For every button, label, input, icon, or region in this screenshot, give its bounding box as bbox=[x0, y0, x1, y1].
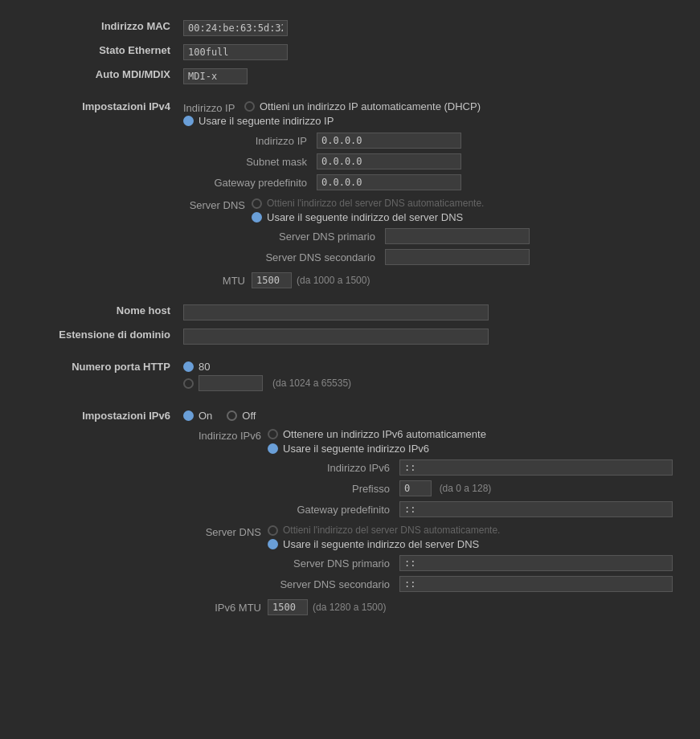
http-port-value-cell: 80 (da 1024 a 65535) bbox=[177, 357, 684, 398]
dns-manual-radio[interactable] bbox=[252, 212, 262, 223]
dns-secondary-field[interactable] bbox=[385, 249, 530, 265]
ethernet-input[interactable] bbox=[183, 44, 288, 60]
dns-manual-group: Usare il seguente indirizzo del server D… bbox=[252, 211, 534, 223]
ipv4-row: Impostazioni IPv4 Indirizzo IP Ottieni u… bbox=[16, 96, 684, 292]
ipv6-ip-field[interactable] bbox=[399, 459, 673, 476]
mdi-input[interactable] bbox=[183, 68, 248, 84]
dns-primary-label: Server DNS primario bbox=[252, 226, 380, 247]
ipv6-ip-row: Indirizzo IPv6 bbox=[268, 457, 677, 478]
mdi-label: Auto MDI/MDIX bbox=[16, 64, 177, 88]
mac-row: Indirizzo MAC bbox=[16, 16, 684, 40]
domain-value-cell bbox=[177, 325, 684, 349]
http-port-custom-field[interactable] bbox=[199, 375, 263, 391]
ipv6-gateway-label: Gateway predefinito bbox=[268, 499, 395, 520]
ipv6-ip-label: Indirizzo IPv6 bbox=[268, 457, 395, 478]
http-port-label: Numero porta HTTP bbox=[16, 357, 177, 398]
mtu-section: MTU (da 1000 a 1500) bbox=[183, 272, 677, 288]
ipv4-subnet-label: Subnet mask bbox=[183, 151, 312, 172]
ipv6-dns-fields-table: Server DNS primario Server DNS secondari… bbox=[268, 553, 677, 594]
mac-input[interactable] bbox=[183, 20, 288, 36]
mdi-row: Auto MDI/MDIX bbox=[16, 64, 684, 88]
dns-primary-field[interactable] bbox=[385, 228, 530, 244]
dns-auto-group: Ottieni l'indirizzo del server DNS autom… bbox=[252, 198, 534, 209]
dns-label: Server DNS bbox=[183, 198, 252, 211]
ipv6-gateway-field[interactable] bbox=[399, 501, 673, 517]
hostname-field[interactable] bbox=[183, 304, 489, 321]
ipv6-prefix-field[interactable] bbox=[399, 480, 432, 496]
ipv6-on-radio[interactable] bbox=[183, 410, 194, 421]
http-port-80-radio[interactable] bbox=[183, 361, 194, 372]
ipv6-static-label: Usare il seguente indirizzo IPv6 bbox=[283, 443, 429, 455]
ipv6-mtu-hint: (da 1280 a 1500) bbox=[313, 602, 386, 613]
dns-auto-radio[interactable] bbox=[252, 198, 262, 209]
mdi-value-cell bbox=[177, 64, 684, 88]
ipv4-ip-label: Indirizzo IP bbox=[183, 102, 235, 114]
mac-value-cell bbox=[177, 16, 684, 40]
ethernet-row: Stato Ethernet bbox=[16, 40, 684, 64]
ipv6-dns-section: Server DNS Ottieni l'indirizzo del serve… bbox=[183, 525, 677, 594]
ipv6-mtu-field[interactable] bbox=[268, 599, 308, 615]
ethernet-label: Stato Ethernet bbox=[16, 40, 177, 64]
ipv6-auto-radio[interactable] bbox=[268, 429, 278, 439]
ipv6-fields-table: Indirizzo IPv6 Prefisso (da 0 a 128) Gat… bbox=[268, 457, 677, 520]
dns-primary-row: Server DNS primario bbox=[252, 226, 534, 247]
ipv6-dns-auto-radio[interactable] bbox=[268, 525, 278, 536]
ipv6-dns-secondary-row: Server DNS secondario bbox=[268, 574, 677, 594]
network-settings-form: Indirizzo MAC Stato Ethernet Auto MDI/MD… bbox=[16, 16, 684, 619]
dns-section: Server DNS Ottieni l'indirizzo del serve… bbox=[183, 198, 677, 267]
ipv6-off-label: Off bbox=[242, 410, 256, 422]
ipv4-ip-field[interactable] bbox=[317, 133, 461, 149]
hostname-label: Nome host bbox=[16, 300, 177, 325]
ipv4-label: Impostazioni IPv4 bbox=[16, 96, 177, 292]
ipv6-dns-manual-group: Usare il seguente indirizzo del server D… bbox=[268, 538, 677, 550]
ipv6-static-group: Usare il seguente indirizzo IPv6 bbox=[268, 443, 677, 455]
ipv4-dhcp-radio[interactable] bbox=[244, 101, 255, 112]
ipv6-dns-label: Server DNS bbox=[183, 525, 268, 538]
ipv4-ip-section: Indirizzo IP Ottieni un indirizzo IP aut… bbox=[183, 100, 677, 127]
ipv4-ip-field-row: Indirizzo IP bbox=[183, 130, 677, 151]
dns-options: Ottieni l'indirizzo del server DNS autom… bbox=[252, 198, 534, 267]
ipv6-prefix-row: Prefisso (da 0 a 128) bbox=[268, 478, 677, 499]
http-port-custom-hint: (da 1024 a 65535) bbox=[272, 378, 351, 389]
ipv4-gateway-field[interactable] bbox=[317, 174, 461, 190]
ipv4-gateway-label: Gateway predefinito bbox=[183, 172, 312, 193]
ipv6-dns-secondary-field[interactable] bbox=[399, 576, 673, 592]
ipv6-on-label: On bbox=[199, 410, 212, 422]
http-port-custom-group: (da 1024 a 65535) bbox=[183, 375, 677, 391]
ipv6-static-radio[interactable] bbox=[268, 443, 278, 454]
ipv6-addr-label: Indirizzo IPv6 bbox=[183, 428, 268, 442]
domain-label: Estensione di dominio bbox=[16, 325, 177, 349]
ipv4-content-cell: Indirizzo IP Ottieni un indirizzo IP aut… bbox=[177, 96, 684, 292]
ipv6-dns-primary-field[interactable] bbox=[399, 555, 673, 571]
ipv6-dns-options: Ottieni l'indirizzo del server DNS autom… bbox=[268, 525, 677, 594]
ipv6-dns-secondary-label: Server DNS secondario bbox=[268, 574, 395, 594]
http-port-custom-radio[interactable] bbox=[183, 378, 194, 389]
dns-fields-table: Server DNS primario Server DNS secondari… bbox=[252, 226, 534, 267]
dns-secondary-row: Server DNS secondario bbox=[252, 247, 534, 267]
ipv6-dns-primary-row: Server DNS primario bbox=[268, 553, 677, 574]
http-port-row: Numero porta HTTP 80 (da 1024 a 65535) bbox=[16, 357, 684, 398]
ipv4-subnet-field[interactable] bbox=[317, 153, 461, 169]
ipv4-fields-table: Indirizzo IP Subnet mask Gateway predefi… bbox=[183, 130, 677, 193]
hostname-value-cell bbox=[177, 300, 684, 325]
ipv6-dns-auto-label: Ottieni l'indirizzo del server DNS autom… bbox=[283, 525, 500, 536]
ipv6-dns-manual-radio[interactable] bbox=[268, 539, 278, 549]
hostname-row: Nome host bbox=[16, 300, 684, 325]
dns-secondary-label: Server DNS secondario bbox=[252, 247, 380, 267]
ipv6-mtu-section: IPv6 MTU (da 1280 a 1500) bbox=[183, 599, 677, 615]
ipv4-gateway-row: Gateway predefinito bbox=[183, 172, 677, 193]
domain-field[interactable] bbox=[183, 329, 489, 345]
ipv6-prefix-hint: (da 0 a 128) bbox=[440, 483, 492, 494]
ipv4-static-radio[interactable] bbox=[183, 116, 194, 126]
http-port-80-label: 80 bbox=[199, 361, 210, 373]
ipv6-auto-group: Ottenere un indirizzo IPv6 automaticamen… bbox=[268, 428, 677, 440]
mtu-field[interactable] bbox=[252, 272, 292, 288]
dns-manual-label: Usare il seguente indirizzo del server D… bbox=[267, 211, 463, 223]
ipv4-ip-field-label: Indirizzo IP bbox=[183, 130, 312, 151]
ipv6-dns-auto-group: Ottieni l'indirizzo del server DNS autom… bbox=[268, 525, 677, 536]
ipv6-dns-manual-label: Usare il seguente indirizzo del server D… bbox=[283, 538, 479, 550]
ipv6-off-radio[interactable] bbox=[227, 410, 237, 421]
ipv6-toggle-group: On Off bbox=[183, 410, 677, 422]
ipv6-mtu-label: IPv6 MTU bbox=[183, 602, 268, 614]
ipv6-prefix-label: Prefisso bbox=[268, 478, 395, 499]
